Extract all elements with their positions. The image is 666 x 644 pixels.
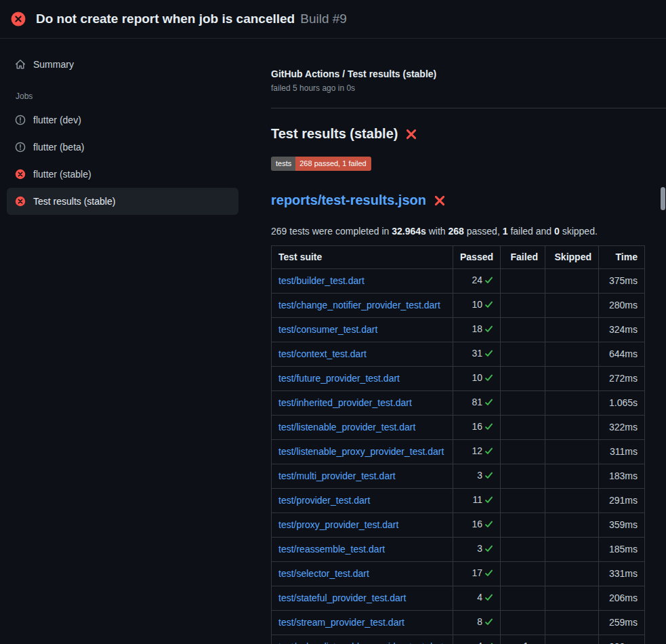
table-row: test/context_test.dart31644ms — [272, 342, 645, 367]
test-suite-link[interactable]: test/context_test.dart — [278, 348, 367, 359]
failed-cell — [501, 538, 545, 562]
sidebar-item-summary[interactable]: Summary — [7, 51, 238, 78]
table-row: test/provider_test.dart11291ms — [272, 489, 645, 513]
skipped-cell — [545, 513, 599, 538]
test-suite-link[interactable]: test/inherited_provider_test.dart — [278, 397, 412, 408]
check-title-text: Test results (stable) — [271, 126, 398, 142]
summary-text: passed, — [464, 226, 503, 237]
page-body: Summary Jobs flutter (dev) flutter (beta… — [0, 39, 666, 644]
failed-cell — [501, 513, 545, 538]
test-suite-link[interactable]: test/listenable_provider_test.dart — [278, 422, 415, 432]
summary-duration: 32.964s — [392, 226, 426, 237]
time-cell: 272ms — [599, 367, 645, 391]
failed-cell — [501, 464, 545, 489]
failed-status-icon — [15, 169, 26, 180]
summary-line: 269 tests were completed in 32.964s with… — [271, 226, 644, 237]
sidebar: Summary Jobs flutter (dev) flutter (beta… — [0, 39, 251, 215]
test-suite-link[interactable]: test/multi_provider_test.dart — [278, 470, 396, 481]
col-header-time: Time — [599, 246, 645, 269]
vertical-scrollbar-thumb[interactable] — [661, 187, 665, 210]
badge-label: tests — [271, 157, 295, 171]
failed-cell — [501, 342, 545, 367]
test-suite-link[interactable]: test/provider_test.dart — [278, 495, 370, 506]
test-suite-link[interactable]: test/selector_test.dart — [278, 568, 369, 579]
summary-text: with — [426, 226, 449, 237]
test-suite-link[interactable]: test/future_provider_test.dart — [278, 373, 400, 384]
test-suite-link[interactable]: test/consumer_test.dart — [278, 324, 377, 335]
test-suite-link[interactable]: test/value_listenable_provider_test.dart — [278, 641, 444, 644]
sidebar-item-test-results-stable[interactable]: Test results (stable) — [7, 188, 238, 215]
passed-cell: 11 — [453, 489, 501, 513]
test-suite-link[interactable]: test/stateful_provider_test.dart — [278, 592, 406, 603]
sidebar-item-label: flutter (stable) — [33, 169, 91, 180]
skipped-cell — [545, 342, 599, 367]
tests-badge: tests 268 passed, 1 failed — [271, 157, 371, 171]
test-suite-link[interactable]: test/listenable_proxy_provider_test.dart — [278, 446, 444, 457]
check-icon — [484, 641, 493, 644]
check-icon — [484, 568, 493, 581]
sidebar-item-flutter-dev[interactable]: flutter (dev) — [7, 106, 238, 134]
table-row: test/listenable_provider_test.dart16322m… — [272, 416, 645, 440]
test-suite-link[interactable]: test/reassemble_test.dart — [278, 544, 385, 555]
skipped-cell — [545, 635, 599, 644]
passed-cell: 12 — [453, 440, 501, 464]
passed-cell: 3 — [453, 464, 501, 489]
passed-count: 10 — [472, 299, 482, 310]
passed-count: 16 — [472, 421, 482, 432]
summary-text: failed and — [508, 226, 555, 237]
failed-status-icon — [15, 196, 26, 207]
sidebar-item-flutter-beta[interactable]: flutter (beta) — [7, 134, 238, 161]
badge-value: 268 passed, 1 failed — [295, 157, 371, 171]
skipped-cell — [545, 294, 599, 318]
skipped-cell — [545, 269, 599, 294]
time-cell: 259ms — [599, 611, 645, 635]
failed-cell: 1 — [501, 635, 545, 644]
failed-cell — [501, 416, 545, 440]
sidebar-item-label: Test results (stable) — [33, 196, 115, 207]
cancelled-icon — [15, 142, 26, 153]
table-row: test/reassemble_test.dart3185ms — [272, 538, 645, 562]
passed-count: 3 — [477, 543, 482, 554]
failed-status-icon — [11, 12, 26, 26]
test-suite-link[interactable]: test/builder_test.dart — [278, 275, 365, 286]
time-cell: 1.065s — [599, 391, 645, 416]
failed-cell — [501, 367, 545, 391]
table-row: test/listenable_proxy_provider_test.dart… — [272, 440, 645, 464]
test-suite-cell: test/provider_test.dart — [272, 489, 453, 513]
skipped-cell — [545, 562, 599, 586]
passed-count: 18 — [472, 323, 482, 334]
passed-cell: 17 — [453, 562, 501, 586]
passed-cell: 8 — [453, 611, 501, 635]
check-title: Test results (stable) — [271, 126, 644, 142]
x-icon — [530, 641, 538, 644]
passed-cell: 31 — [453, 342, 501, 367]
time-cell: 359ms — [599, 513, 645, 538]
test-suite-link[interactable]: test/proxy_provider_test.dart — [278, 519, 398, 530]
time-cell: 322ms — [599, 416, 645, 440]
sidebar-item-flutter-stable[interactable]: flutter (stable) — [7, 161, 238, 188]
check-icon — [484, 397, 493, 410]
skipped-cell — [545, 367, 599, 391]
skipped-cell — [545, 489, 599, 513]
time-cell: 331ms — [599, 562, 645, 586]
skipped-cell — [545, 440, 599, 464]
passed-cell: 4 — [453, 635, 501, 644]
test-suite-cell: test/change_notifier_provider_test.dart — [272, 294, 453, 318]
passed-count: 16 — [472, 519, 482, 529]
test-suite-link[interactable]: test/change_notifier_provider_test.dart — [278, 300, 440, 310]
failed-cell — [501, 440, 545, 464]
time-cell: 324ms — [599, 318, 645, 342]
check-icon — [484, 592, 493, 605]
failed-x-icon — [405, 128, 417, 140]
time-cell: 183ms — [599, 464, 645, 489]
test-suite-cell: test/listenable_proxy_provider_test.dart — [272, 440, 453, 464]
report-link[interactable]: reports/test-results.json — [271, 193, 426, 208]
sidebar-item-label: flutter (dev) — [33, 115, 81, 125]
passed-count: 4 — [477, 592, 482, 603]
test-suite-link[interactable]: test/stream_provider_test.dart — [278, 617, 404, 628]
table-row: test/stream_provider_test.dart8259ms — [272, 611, 645, 635]
divider — [271, 108, 666, 108]
time-cell: 302ms — [599, 635, 645, 644]
passed-cell: 10 — [453, 294, 501, 318]
jobs-heading: Jobs — [16, 92, 238, 101]
